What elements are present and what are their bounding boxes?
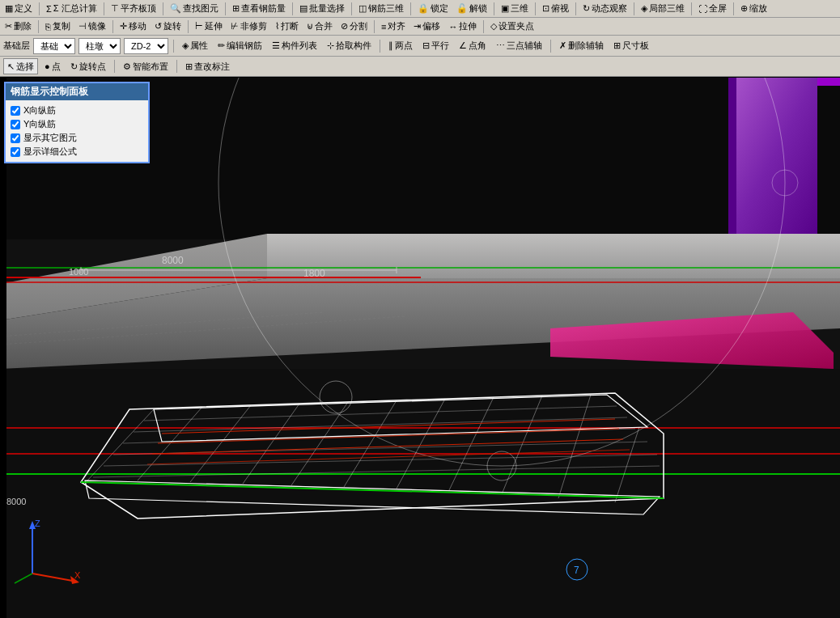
view-rebar-btn[interactable]: ⊞ 查看钢筋量 [229, 1, 289, 17]
edit-rebar-icon: ✏ [218, 40, 225, 51]
checkbox-show-other[interactable] [11, 133, 20, 143]
batch-select-icon: ▤ [299, 3, 308, 14]
edit-annotation-btn[interactable]: ⊞ 查改标注 [182, 58, 233, 74]
split-btn[interactable]: ⊘ 分割 [337, 19, 371, 35]
point-angle-btn[interactable]: ∠ 点角 [456, 38, 490, 54]
align-btn[interactable]: ≡ 对齐 [378, 19, 409, 35]
main-canvas[interactable]: 8000 1800 1000 8000 7 钢筋显示控制面板 X向纵筋 [0, 78, 840, 618]
zoom-label: 缩放 [749, 2, 767, 15]
unlock-icon: 🔓 [456, 3, 468, 14]
rotate-point-btn[interactable]: ↻ 旋转点 [67, 58, 109, 74]
sigma-label: Σ 汇总计算 [53, 2, 97, 15]
select-label: 选择 [16, 61, 34, 73]
property-label: 属性 [190, 40, 208, 52]
property-icon: ◈ [182, 40, 189, 51]
del-aux-btn[interactable]: ✗ 删除辅轴 [556, 38, 607, 54]
merge-btn[interactable]: ⊌ 合并 [303, 19, 336, 35]
copy-icon: ⎘ [45, 22, 51, 32]
panel-item-3: 显示详细公式 [11, 145, 143, 159]
offset-btn[interactable]: ⇥ 偏移 [410, 19, 443, 35]
no-trim-btn[interactable]: ⊬ 非修剪 [227, 19, 270, 35]
edit-annotation-label: 查改标注 [194, 61, 230, 73]
sigma-btn[interactable]: Σ Σ 汇总计算 [43, 1, 100, 17]
size-slab-label: 尺寸板 [622, 40, 649, 52]
toolbar-row-1: ▦ 定义 Σ Σ 汇总计算 ⊤ 平齐板顶 🔍 查找图元 ⊞ 查看钢筋量 ▤ 批量… [0, 0, 840, 18]
rebar-3d-btn[interactable]: ◫ 钢筋三维 [355, 1, 407, 17]
select-btn[interactable]: ↖ 选择 [3, 58, 38, 74]
sep2 [104, 2, 104, 15]
member-type-select[interactable]: 柱墩 [78, 38, 121, 54]
no-trim-icon: ⊬ [231, 21, 239, 32]
move-btn[interactable]: ✛ 移动 [117, 19, 150, 35]
pick-member-icon: ⊹ [327, 40, 334, 51]
x-rebar-label: X向纵筋 [23, 104, 56, 116]
member-code-select[interactable]: ZD-2 [124, 38, 168, 54]
define-btn[interactable]: ▦ 定义 [2, 1, 36, 17]
align-top-btn[interactable]: ⊤ 平齐板顶 [108, 1, 159, 17]
sep1 [39, 2, 40, 15]
two-point-btn[interactable]: ∥ 两点 [385, 38, 416, 54]
checkbox-y-rebar[interactable] [11, 120, 20, 129]
point-angle-label: 点角 [469, 40, 486, 52]
set-grip-btn[interactable]: ◇ 设置夹点 [487, 19, 537, 35]
pick-member-label: 拾取构件 [336, 40, 371, 52]
smart-layout-btn[interactable]: ⚙ 智能布置 [120, 58, 172, 74]
delete-btn[interactable]: ✂ 删除 [2, 19, 35, 35]
mirror-btn[interactable]: ⊣ 镜像 [75, 19, 109, 35]
size-slab-btn[interactable]: ⊞ 尺寸板 [610, 38, 652, 54]
rebar-3d-label: 钢筋三维 [368, 2, 404, 15]
checkbox-show-formula[interactable] [11, 147, 20, 157]
lock-icon: 🔒 [418, 3, 429, 14]
extend-btn[interactable]: ⊢ 延伸 [192, 19, 226, 35]
select-icon: ↖ [7, 61, 15, 72]
point-btn[interactable]: ● 点 [41, 58, 64, 74]
sep3 [163, 2, 163, 15]
align-label: 对齐 [388, 20, 405, 32]
copy-btn[interactable]: ⎘ 复制 [42, 19, 74, 35]
find-btn[interactable]: 🔍 查找图元 [167, 1, 222, 17]
3d-btn[interactable]: ▣ 三维 [498, 1, 532, 17]
parallel-label: 平行 [431, 40, 449, 52]
three-point-btn[interactable]: ⋯ 三点辅轴 [493, 38, 545, 54]
extend-label: 延伸 [205, 20, 223, 32]
unlock-label: 解锁 [469, 2, 487, 15]
break-btn[interactable]: ⌇ 打断 [272, 19, 302, 35]
three-point-icon: ⋯ [496, 40, 505, 51]
pick-member-btn[interactable]: ⊹ 拾取构件 [324, 38, 375, 54]
lock-label: 锁定 [431, 2, 448, 15]
member-list-btn[interactable]: ☰ 构件列表 [269, 38, 320, 54]
dynamic-icon: ↻ [583, 3, 590, 14]
align-icon: ≡ [381, 22, 386, 32]
fullscreen-icon: ⛶ [698, 4, 707, 14]
top-view-btn[interactable]: ⊡ 俯视 [539, 1, 572, 17]
stretch-btn[interactable]: ↔ 拉伸 [445, 19, 480, 35]
no-trim-label: 非修剪 [240, 20, 267, 32]
zoom-btn[interactable]: ⊕ 缩放 [737, 1, 770, 17]
dynamic-btn[interactable]: ↻ 动态观察 [579, 1, 630, 17]
toolbar-row-3: 基础层 基础 柱墩 ZD-2 ◈ 属性 ✏ 编辑钢筋 ☰ 构件列表 ⊹ 拾取构件… [0, 36, 840, 57]
fullscreen-btn[interactable]: ⛶ 全屏 [695, 1, 730, 17]
sep7 [410, 2, 411, 15]
delete-label: 删除 [14, 20, 32, 32]
checkbox-x-rebar[interactable] [11, 106, 20, 116]
sep-r2-1 [38, 20, 39, 33]
top-view-label: 俯视 [551, 2, 569, 15]
lock-btn[interactable]: 🔒 锁定 [414, 1, 452, 17]
unlock-btn[interactable]: 🔓 解锁 [453, 1, 490, 17]
batch-select-btn[interactable]: ▤ 批量选择 [296, 1, 348, 17]
stretch-icon: ↔ [448, 22, 457, 32]
parallel-btn[interactable]: ⊟ 平行 [419, 38, 452, 54]
dynamic-label: 动态观察 [592, 2, 627, 15]
coord-axis-svg: Z X [8, 517, 81, 590]
delete-icon: ✂ [5, 21, 12, 32]
property-btn[interactable]: ◈ 属性 [179, 38, 211, 54]
rotate-btn[interactable]: ↺ 旋转 [151, 19, 185, 35]
panel-title: 钢筋显示控制面板 [6, 83, 148, 100]
find-label: 查找图元 [183, 2, 218, 15]
merge-icon: ⊌ [307, 21, 313, 32]
view-rebar-label: 查看钢筋量 [241, 2, 286, 15]
layer-select[interactable]: 基础 [33, 38, 75, 54]
break-label: 打断 [281, 20, 299, 32]
local-3d-btn[interactable]: ◈ 局部三维 [638, 1, 688, 17]
edit-rebar-btn[interactable]: ✏ 编辑钢筋 [214, 38, 265, 54]
